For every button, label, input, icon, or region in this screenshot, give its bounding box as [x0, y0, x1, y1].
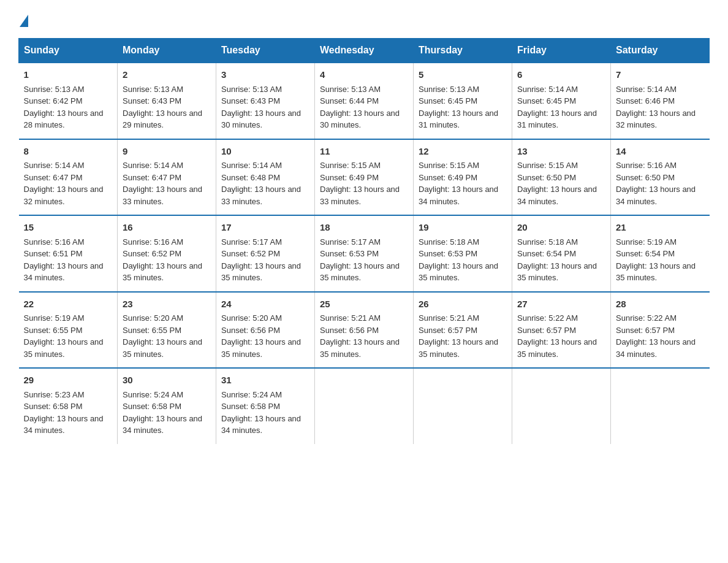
day-number: 5	[419, 68, 507, 82]
calendar-cell	[315, 368, 414, 444]
day-of-week-header: Thursday	[414, 39, 512, 63]
logo	[18, 15, 29, 27]
day-number: 19	[419, 221, 507, 235]
calendar-cell: 12Sunrise: 5:15 AMSunset: 6:49 PMDayligh…	[414, 139, 512, 216]
day-number: 27	[517, 297, 605, 312]
calendar-cell: 26Sunrise: 5:21 AMSunset: 6:57 PMDayligh…	[414, 292, 512, 369]
day-number: 30	[123, 373, 211, 388]
day-number: 14	[616, 145, 705, 159]
calendar-cell: 3Sunrise: 5:13 AMSunset: 6:43 PMDaylight…	[216, 63, 315, 139]
calendar-cell: 22Sunrise: 5:19 AMSunset: 6:55 PMDayligh…	[19, 292, 118, 369]
calendar-cell: 23Sunrise: 5:20 AMSunset: 6:55 PMDayligh…	[118, 292, 216, 369]
calendar-cell: 2Sunrise: 5:13 AMSunset: 6:43 PMDaylight…	[118, 63, 216, 139]
day-of-week-header: Wednesday	[315, 39, 414, 63]
day-number: 31	[221, 373, 309, 388]
calendar-cell: 27Sunrise: 5:22 AMSunset: 6:57 PMDayligh…	[512, 292, 611, 369]
calendar-cell: 6Sunrise: 5:14 AMSunset: 6:45 PMDaylight…	[512, 63, 611, 139]
day-number: 3	[221, 68, 309, 82]
calendar-week-row: 22Sunrise: 5:19 AMSunset: 6:55 PMDayligh…	[19, 292, 710, 369]
calendar-cell: 1Sunrise: 5:13 AMSunset: 6:42 PMDaylight…	[19, 63, 118, 139]
logo-triangle-icon	[20, 15, 28, 27]
day-number: 10	[221, 145, 309, 159]
calendar-cell: 7Sunrise: 5:14 AMSunset: 6:46 PMDaylight…	[611, 63, 710, 139]
calendar-cell: 20Sunrise: 5:18 AMSunset: 6:54 PMDayligh…	[512, 215, 611, 292]
day-number: 1	[24, 68, 113, 82]
day-number: 24	[221, 297, 309, 312]
day-number: 23	[123, 297, 211, 312]
calendar-cell: 24Sunrise: 5:20 AMSunset: 6:56 PMDayligh…	[216, 292, 315, 369]
day-number: 25	[320, 297, 408, 312]
day-number: 29	[24, 373, 113, 388]
calendar-cell: 4Sunrise: 5:13 AMSunset: 6:44 PMDaylight…	[315, 63, 414, 139]
day-number: 22	[24, 297, 113, 312]
calendar-cell: 5Sunrise: 5:13 AMSunset: 6:45 PMDaylight…	[414, 63, 512, 139]
calendar-cell	[414, 368, 512, 444]
calendar-cell: 9Sunrise: 5:14 AMSunset: 6:47 PMDaylight…	[118, 139, 216, 216]
day-number: 11	[320, 145, 408, 159]
calendar-cell: 10Sunrise: 5:14 AMSunset: 6:48 PMDayligh…	[216, 139, 315, 216]
day-number: 12	[419, 145, 507, 159]
calendar-cell	[512, 368, 611, 444]
day-number: 6	[517, 68, 605, 82]
calendar-cell: 13Sunrise: 5:15 AMSunset: 6:50 PMDayligh…	[512, 139, 611, 216]
day-of-week-header: Sunday	[19, 39, 118, 63]
day-number: 28	[616, 297, 705, 312]
day-number: 2	[123, 68, 211, 82]
page-header	[18, 15, 710, 27]
day-number: 7	[616, 68, 705, 82]
calendar-header: SundayMondayTuesdayWednesdayThursdayFrid…	[19, 39, 710, 63]
days-of-week-row: SundayMondayTuesdayWednesdayThursdayFrid…	[19, 39, 710, 63]
calendar-cell: 29Sunrise: 5:23 AMSunset: 6:58 PMDayligh…	[19, 368, 118, 444]
day-number: 8	[24, 145, 113, 159]
day-number: 26	[419, 297, 507, 312]
day-of-week-header: Saturday	[611, 39, 710, 63]
day-number: 15	[24, 221, 113, 235]
calendar-cell: 30Sunrise: 5:24 AMSunset: 6:58 PMDayligh…	[118, 368, 216, 444]
calendar-body: 1Sunrise: 5:13 AMSunset: 6:42 PMDaylight…	[19, 63, 710, 444]
day-number: 4	[320, 68, 408, 82]
day-of-week-header: Friday	[512, 39, 611, 63]
calendar-cell: 28Sunrise: 5:22 AMSunset: 6:57 PMDayligh…	[611, 292, 710, 369]
calendar-cell: 21Sunrise: 5:19 AMSunset: 6:54 PMDayligh…	[611, 215, 710, 292]
day-of-week-header: Tuesday	[216, 39, 315, 63]
calendar-week-row: 8Sunrise: 5:14 AMSunset: 6:47 PMDaylight…	[19, 139, 710, 216]
calendar-table: SundayMondayTuesdayWednesdayThursdayFrid…	[18, 38, 710, 444]
day-number: 13	[517, 145, 605, 159]
day-of-week-header: Monday	[118, 39, 216, 63]
calendar-cell: 8Sunrise: 5:14 AMSunset: 6:47 PMDaylight…	[19, 139, 118, 216]
calendar-cell: 19Sunrise: 5:18 AMSunset: 6:53 PMDayligh…	[414, 215, 512, 292]
calendar-week-row: 1Sunrise: 5:13 AMSunset: 6:42 PMDaylight…	[19, 63, 710, 139]
calendar-cell: 15Sunrise: 5:16 AMSunset: 6:51 PMDayligh…	[19, 215, 118, 292]
day-number: 21	[616, 221, 705, 235]
calendar-week-row: 29Sunrise: 5:23 AMSunset: 6:58 PMDayligh…	[19, 368, 710, 444]
calendar-cell	[611, 368, 710, 444]
day-number: 16	[123, 221, 211, 235]
day-number: 17	[221, 221, 309, 235]
calendar-cell: 31Sunrise: 5:24 AMSunset: 6:58 PMDayligh…	[216, 368, 315, 444]
day-number: 18	[320, 221, 408, 235]
calendar-cell: 18Sunrise: 5:17 AMSunset: 6:53 PMDayligh…	[315, 215, 414, 292]
calendar-cell: 16Sunrise: 5:16 AMSunset: 6:52 PMDayligh…	[118, 215, 216, 292]
calendar-cell: 17Sunrise: 5:17 AMSunset: 6:52 PMDayligh…	[216, 215, 315, 292]
calendar-cell: 25Sunrise: 5:21 AMSunset: 6:56 PMDayligh…	[315, 292, 414, 369]
calendar-cell: 11Sunrise: 5:15 AMSunset: 6:49 PMDayligh…	[315, 139, 414, 216]
calendar-cell: 14Sunrise: 5:16 AMSunset: 6:50 PMDayligh…	[611, 139, 710, 216]
day-number: 20	[517, 221, 605, 235]
day-number: 9	[123, 145, 211, 159]
calendar-week-row: 15Sunrise: 5:16 AMSunset: 6:51 PMDayligh…	[19, 215, 710, 292]
